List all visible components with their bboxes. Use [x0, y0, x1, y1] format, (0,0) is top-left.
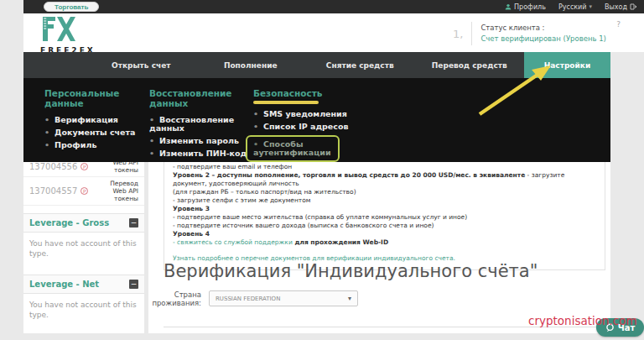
menu-item-ip-list[interactable]: •Список IP адресов	[253, 123, 364, 131]
main-content: Уровень 1 – доступны открытие торгового …	[148, 162, 610, 333]
menu-item-change-pin[interactable]: •Изменить ПИН-код	[149, 149, 248, 158]
menu-item-verification[interactable]: •Верификация	[44, 116, 149, 124]
profile-menu-item[interactable]: Профиль	[505, 3, 546, 11]
currency-icon: Р	[80, 187, 88, 195]
trade-button[interactable]: Торговать	[44, 2, 99, 12]
bullet-icon: •	[44, 140, 49, 149]
client-status-panel: 1, Статус клиента : Счет верифицирован (…	[453, 18, 631, 49]
section-body-text: You have not account of this type.	[23, 233, 144, 267]
collapse-icon[interactable]: −	[129, 280, 138, 289]
country-label: Страна проживания:	[149, 290, 201, 307]
yellow-highlight-underline	[253, 101, 319, 104]
menu-column-personal: Персональные данные •Верификация •Докуме…	[44, 88, 149, 154]
level3-item2: - подтвердите источник вашего дохода (вы…	[173, 222, 596, 230]
tab-deposit[interactable]: Пополнение	[196, 52, 306, 78]
language-menu-item[interactable]: Русский ▾	[558, 3, 592, 11]
menu-item-auth-methods[interactable]: •Способы аутентификации	[246, 135, 340, 162]
collapse-icon[interactable]: −	[129, 218, 138, 228]
section-body-text: You have not account of this type.	[23, 294, 144, 328]
account-number: 137004556	[29, 162, 77, 171]
tab-transfer[interactable]: Перевод средств	[415, 52, 525, 78]
section-header-leverage-net[interactable]: Leverage - Net −	[23, 275, 144, 294]
main-nav: Открыть счет Пополнение Снятие средств П…	[23, 52, 610, 78]
menu-header-recovery: Восстановление данных	[149, 88, 248, 108]
menu-item-sms-notifications[interactable]: •SMS уведомления	[253, 110, 364, 118]
section-header-leverage-gross[interactable]: Leverage - Gross −	[23, 213, 144, 233]
level2-line: Уровень 2 – доступны пополнение, торговл…	[173, 171, 596, 188]
bullet-icon: •	[253, 109, 258, 118]
menu-header-security: Безопасность	[253, 88, 364, 98]
top-bar: Торговать Профиль Русский ▾ Выход	[23, 0, 644, 13]
logout-icon	[630, 3, 637, 10]
site-header: FREE2EX 1, Статус клиента : Счет верифиц…	[23, 13, 644, 52]
tab-withdrawal[interactable]: Снятие средств	[305, 52, 415, 78]
divider	[471, 22, 472, 45]
section-title: Leverage - Net	[29, 280, 99, 289]
bullet-icon: •	[149, 136, 154, 145]
step-number: 1,	[453, 28, 463, 40]
account-type-label: Web API токены	[88, 187, 138, 202]
bullet-icon: •	[44, 128, 49, 137]
account-row[interactable]: 137004557Р Перевод Web API токены	[23, 177, 144, 206]
logo[interactable]: FREE2EX	[40, 16, 96, 55]
bullet-icon: •	[149, 149, 154, 158]
level4-title: Уровень 4	[173, 230, 596, 238]
language-label: Русский	[558, 3, 587, 11]
tab-settings[interactable]: Настройки	[524, 52, 610, 78]
logout-label: Выход	[605, 3, 627, 11]
watermark-text: cryptonisation.com	[528, 314, 637, 327]
menu-header-personal: Персональные данные	[44, 88, 149, 108]
menu-column-security: Безопасность •SMS уведомления •Список IP…	[253, 88, 364, 166]
account-type-label: Перевод	[88, 180, 138, 187]
menu-item-account-documents[interactable]: •Документы счета	[44, 128, 149, 137]
menu-item-data-recovery[interactable]: •Восстановление данных	[149, 116, 248, 133]
section-title: Leverage - Gross	[29, 218, 109, 228]
level4-line: - свяжитесь со службой поддержки для про…	[173, 238, 596, 247]
accounts-sidebar: 137004556Р Web API токены 137004557Р Пер…	[23, 156, 144, 333]
verification-levels-box: Уровень 1 – доступны открытие торгового …	[164, 149, 605, 270]
country-form-row: Страна проживания: RUSSIAN FEDERATION ▾	[149, 290, 358, 307]
level3-item1: - подтвердите ваше место жительства (спр…	[173, 213, 596, 222]
level3-title: Уровень 3	[173, 205, 596, 213]
menu-column-recovery: Восстановление данных •Восстановление да…	[149, 88, 248, 162]
top-menu: Профиль Русский ▾ Выход	[505, 0, 637, 13]
chevron-down-icon: ▾	[348, 295, 351, 302]
status-label: Статус клиента :	[480, 23, 606, 34]
country-select[interactable]: RUSSIAN FEDERATION ▾	[209, 290, 358, 306]
level2-item: - загрузите селфи с этим же документом	[173, 196, 596, 205]
status-value: Счет верифицирован (Уровень 1)	[480, 34, 606, 44]
page-title: Верификация "Индивидуального счёта"	[164, 261, 538, 281]
country-value: RUSSIAN FEDERATION	[216, 296, 280, 302]
profile-icon	[505, 3, 512, 10]
bullet-icon: •	[253, 122, 258, 131]
level1-item: - подтвердите ваш email и телефон	[173, 163, 596, 171]
currency-icon: Р	[80, 163, 88, 170]
help-icon[interactable]: ?	[616, 20, 621, 29]
support-link[interactable]: - свяжитесь со службой поддержки	[173, 238, 293, 246]
profile-label: Профиль	[514, 3, 546, 11]
bullet-icon: •	[44, 115, 49, 124]
chevron-down-icon: ▾	[589, 3, 593, 10]
free2ex-logo-icon	[40, 16, 77, 42]
menu-item-profile[interactable]: •Профиль	[44, 141, 149, 149]
account-number: 137004557	[29, 186, 77, 196]
app-window: Торговать Профиль Русский ▾ Выход	[0, 0, 644, 340]
logout-menu-item[interactable]: Выход	[605, 3, 637, 11]
level2-geo-note: (для граждан РБ – только паспорт/вид на …	[173, 188, 596, 196]
settings-dropdown: Персональные данные •Верификация •Докуме…	[23, 78, 610, 162]
tab-open-account[interactable]: Открыть счет	[86, 52, 196, 78]
menu-item-change-password[interactable]: •Изменить пароль	[149, 137, 248, 145]
